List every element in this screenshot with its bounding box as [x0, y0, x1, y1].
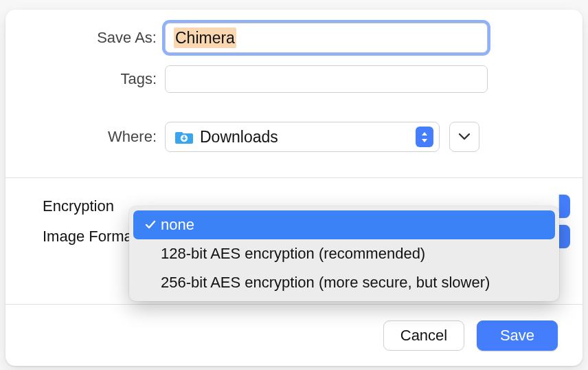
image-format-popup-peek[interactable]: [559, 225, 570, 248]
where-label: Where:: [5, 128, 165, 146]
where-value: Downloads: [200, 128, 416, 146]
where-popup[interactable]: Downloads: [165, 122, 440, 152]
tags-input[interactable]: [165, 65, 488, 93]
encryption-dropdown: none 128-bit AES encryption (recommended…: [129, 206, 559, 301]
cancel-button-label: Cancel: [400, 327, 447, 345]
save-button[interactable]: Save: [477, 320, 558, 351]
encryption-popup-peek[interactable]: [559, 195, 570, 218]
separator-bottom: [5, 304, 583, 305]
downloads-folder-icon: [175, 129, 193, 144]
encryption-row: Encryption: [5, 197, 114, 215]
encryption-option-256[interactable]: 256-bit AES encryption (more secure, but…: [133, 268, 555, 297]
encryption-option-label: 128-bit AES encryption (recommended): [161, 245, 425, 263]
form-area: Save As: Chimera Tags: Where:: [5, 10, 583, 154]
cancel-button[interactable]: Cancel: [383, 320, 464, 351]
chevron-down-icon: [458, 133, 471, 141]
encryption-label: Encryption: [5, 197, 114, 215]
checkmark-icon: [143, 219, 158, 230]
encryption-option-label: 256-bit AES encryption (more secure, but…: [161, 274, 490, 292]
save-button-label: Save: [500, 327, 534, 345]
tags-label: Tags:: [5, 70, 165, 88]
expand-where-button[interactable]: [449, 122, 479, 152]
image-format-label: Image Forma: [5, 228, 133, 246]
encryption-option-128[interactable]: 128-bit AES encryption (recommended): [133, 239, 555, 268]
encryption-option-label: none: [161, 216, 194, 234]
save-dialog: Save As: Chimera Tags: Where:: [5, 10, 583, 366]
save-as-row: Save As: Chimera: [5, 21, 583, 55]
where-row: Where: Downloads: [5, 120, 583, 154]
dialog-footer: Cancel Save: [383, 320, 558, 351]
where-stepper-icon[interactable]: [416, 127, 433, 147]
save-as-input[interactable]: [166, 23, 487, 52]
save-as-field[interactable]: Chimera: [165, 23, 488, 53]
save-as-label: Save As:: [5, 29, 165, 47]
tags-row: Tags:: [5, 62, 583, 96]
image-format-row: Image Forma: [5, 228, 133, 246]
encryption-option-none[interactable]: none: [133, 210, 555, 239]
